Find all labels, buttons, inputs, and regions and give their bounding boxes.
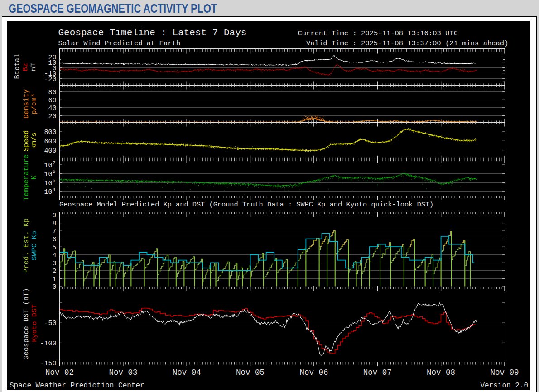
svg-text:K: K [30, 175, 38, 180]
svg-text:0: 0 [52, 283, 56, 291]
svg-text:Geospace DST (nT): Geospace DST (nT) [22, 288, 30, 359]
svg-text:Current Time : 2025-11-08 13:1: Current Time : 2025-11-08 13:16:03 UTC [298, 29, 458, 38]
svg-text:Nov 07: Nov 07 [363, 368, 392, 377]
svg-text:Temperature: Temperature [22, 154, 30, 201]
svg-text:6: 6 [52, 236, 56, 244]
svg-text:5: 5 [52, 244, 56, 252]
svg-text:800: 800 [44, 129, 56, 136]
svg-text:4: 4 [52, 252, 56, 259]
svg-text:40: 40 [48, 105, 56, 112]
svg-text:-20: -20 [44, 76, 56, 83]
svg-text:Nov 08: Nov 08 [427, 368, 455, 377]
svg-text:km/s: km/s [30, 132, 38, 149]
svg-text:3: 3 [52, 260, 56, 268]
svg-text:10: 10 [44, 188, 53, 196]
svg-text:20: 20 [48, 113, 56, 120]
svg-text:Nov 05: Nov 05 [236, 368, 265, 377]
svg-text:Nov 09: Nov 09 [490, 368, 519, 377]
svg-text:Geospace Model Predicted Kp an: Geospace Model Predicted Kp and DST (Gro… [59, 201, 433, 209]
svg-text:-100: -100 [40, 340, 56, 348]
svg-text:Density: Density [22, 89, 30, 119]
svg-text:8: 8 [52, 220, 56, 228]
svg-text:7: 7 [53, 160, 56, 166]
svg-text:60: 60 [48, 97, 56, 105]
svg-text:Pred. Est. Kp: Pred. Est. Kp [22, 218, 30, 273]
svg-text:p/cm³: p/cm³ [30, 93, 38, 115]
svg-text:SWPC Kp: SWPC Kp [30, 231, 38, 260]
svg-text:400: 400 [44, 147, 56, 155]
svg-text:1: 1 [52, 276, 56, 283]
svg-text:Btotal: Btotal [13, 54, 21, 79]
svg-text:nT: nT [29, 63, 38, 72]
svg-text:Kyoto DST: Kyoto DST [30, 304, 38, 342]
svg-text:Nov 03: Nov 03 [109, 368, 137, 377]
svg-text:Speed: Speed [22, 130, 30, 152]
svg-text:Nov 02: Nov 02 [45, 368, 74, 377]
svg-text:2: 2 [52, 268, 56, 275]
svg-text:10: 10 [44, 162, 53, 169]
svg-text:10: 10 [44, 180, 53, 187]
svg-text:Nov 06: Nov 06 [299, 368, 328, 377]
svg-text:4: 4 [53, 187, 56, 192]
svg-text:10: 10 [44, 171, 53, 178]
svg-text:Bz: Bz [21, 63, 29, 72]
svg-text:5: 5 [53, 178, 56, 183]
svg-text:-150: -150 [40, 360, 56, 368]
svg-text:Nov 04: Nov 04 [173, 368, 201, 377]
svg-text:6: 6 [53, 169, 56, 174]
svg-text:Geospace Timeline : Latest 7 D: Geospace Timeline : Latest 7 Days [58, 28, 247, 38]
svg-text:600: 600 [44, 138, 56, 146]
svg-text:9: 9 [52, 212, 56, 220]
svg-text:80: 80 [48, 89, 56, 96]
svg-text:Valid Time : 2025-11-08 13:37:: Valid Time : 2025-11-08 13:37:00 (21 min… [306, 39, 508, 48]
svg-text:Version 2.0: Version 2.0 [480, 382, 528, 390]
svg-text:Solar Wind Predicted at Earth: Solar Wind Predicted at Earth [58, 39, 181, 48]
svg-text:Space Weather Prediction Cente: Space Weather Prediction Center [10, 382, 144, 390]
svg-text:7: 7 [52, 228, 56, 235]
svg-text:-50: -50 [44, 320, 56, 327]
